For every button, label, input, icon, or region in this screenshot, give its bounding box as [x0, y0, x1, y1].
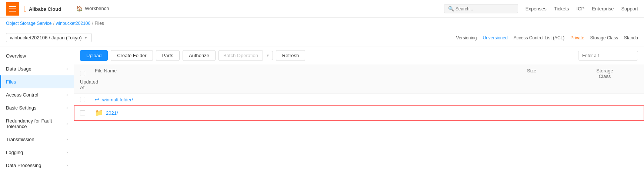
row-checkbox-cell-2[interactable]: [80, 110, 95, 115]
chevron-right-icon-4: ›: [67, 122, 68, 126]
file-name-cell: ↩ winmultifolder/: [95, 97, 483, 102]
acl-label: Access Control List (ACL): [514, 35, 564, 40]
file-search[interactable]: [578, 51, 638, 61]
acl-value: Private: [570, 35, 584, 40]
versioning-label: Versioning: [456, 35, 477, 40]
nav-support[interactable]: Support: [621, 6, 638, 12]
sidebar-item-data-processing[interactable]: Data Processing ›: [0, 159, 74, 172]
parts-button[interactable]: Parts: [156, 50, 180, 61]
toolbar: Upload Create Folder Parts Authorize Bat…: [74, 46, 644, 65]
sidebar-item-overview[interactable]: Overview: [0, 49, 74, 62]
chevron-right-icon: ›: [67, 67, 68, 71]
row-checkbox-2[interactable]: [80, 110, 85, 115]
sidebar-data-usage-label: Data Usage: [6, 66, 31, 72]
nav-enterprise[interactable]: Enterprise: [592, 6, 614, 12]
bucket-meta: Versioning Unversioned Access Control Li…: [456, 35, 638, 40]
main-layout: Overview Data Usage › Files Access Contr…: [0, 46, 644, 193]
sidebar-transmission-label: Transmission: [6, 137, 34, 142]
file-search-input[interactable]: [578, 51, 638, 60]
batch-operation-dropdown: ▼: [263, 51, 273, 60]
breadcrumb-sep-1: /: [53, 21, 54, 26]
logo:  Alibaba Cloud: [24, 4, 62, 14]
workbench-label: Workbench: [85, 6, 109, 11]
batch-operation-split: Batch Operation ▼: [218, 50, 273, 61]
sidebar-item-access-control[interactable]: Access Control ›: [0, 88, 74, 101]
header-updated-at: Updated At: [80, 79, 95, 90]
chevron-right-icon-7: ›: [67, 163, 68, 167]
breadcrumb-current: Files: [95, 21, 104, 26]
versioning-value: Unversioned: [483, 35, 507, 40]
sidebar-item-logging[interactable]: Logging ›: [0, 146, 74, 159]
storage-class-label: Storage Class: [590, 35, 618, 40]
header-file-name: File Name: [95, 68, 483, 79]
breadcrumb-sep-2: /: [92, 21, 93, 26]
nav-icp[interactable]: ICP: [577, 6, 585, 12]
back-icon[interactable]: ↩: [95, 97, 99, 102]
chevron-right-icon-6: ›: [67, 150, 68, 154]
table-row: 📁 2021/: [74, 106, 644, 120]
nav-right: 🔍 Expenses Tickets ICP Enterprise Suppor…: [444, 4, 638, 13]
breadcrumb: Object Storage Service / winbucket202106…: [0, 18, 644, 29]
global-search[interactable]: 🔍: [444, 4, 518, 13]
sidebar-item-redundancy[interactable]: Redundancy for Fault Tolerance ›: [0, 114, 74, 133]
sidebar-files-label: Files: [6, 79, 16, 85]
sidebar-access-control-label: Access Control: [6, 92, 38, 98]
row-checkbox-cell[interactable]: [80, 97, 95, 102]
nav-tickets[interactable]: Tickets: [554, 6, 569, 12]
chevron-right-icon-2: ›: [67, 93, 68, 97]
sidebar-data-processing-label: Data Processing: [6, 163, 41, 168]
chevron-right-icon-5: ›: [67, 137, 68, 141]
breadcrumb-bucket[interactable]: winbucket202106: [56, 21, 90, 26]
home-icon: 🏠: [76, 6, 83, 12]
create-folder-button[interactable]: Create Folder: [111, 50, 153, 61]
chevron-down-icon: ▼: [84, 36, 88, 40]
sidebar-redundancy-label: Redundancy for Fault Tolerance: [6, 118, 67, 129]
folder-icon: 📁: [95, 109, 103, 117]
sidebar-item-basic-settings[interactable]: Basic Settings ›: [0, 101, 74, 114]
header-empty: [483, 68, 527, 79]
header-size: Size: [527, 68, 571, 79]
bucket-selector[interactable]: winbucket202106 / Japan (Tokyo) ▼: [6, 33, 92, 42]
select-all-checkbox[interactable]: [80, 71, 85, 76]
bucket-selector-label: winbucket202106 / Japan (Tokyo): [10, 35, 82, 40]
storage-class-value: Standa: [624, 35, 638, 40]
top-nav:  Alibaba Cloud 🏠 Workbench 🔍 Expenses T…: [0, 0, 644, 18]
table-row: ↩ winmultifolder/: [74, 94, 644, 106]
table-header: File Name Size StorageClass Updated At: [74, 65, 644, 94]
alibaba-logo-icon: : [24, 4, 27, 14]
content-area: Upload Create Folder Parts Authorize Bat…: [74, 46, 644, 193]
hamburger-button[interactable]: [6, 2, 19, 16]
svg-text:Alibaba Cloud: Alibaba Cloud: [29, 6, 61, 12]
authorize-button[interactable]: Authorize: [183, 50, 216, 61]
breadcrumb-oss[interactable]: Object Storage Service: [6, 21, 51, 26]
header-storage-class: StorageClass: [571, 68, 638, 79]
batch-operation-label: Batch Operation: [218, 50, 263, 61]
row-checkbox[interactable]: [80, 97, 85, 102]
sidebar-overview-label: Overview: [6, 53, 26, 59]
bucket-row: winbucket202106 / Japan (Tokyo) ▼ Versio…: [0, 29, 644, 46]
file-name-cell-2: 📁 2021/: [95, 109, 483, 117]
sidebar-item-files[interactable]: Files: [0, 75, 74, 88]
alibaba-cloud-logo: Alibaba Cloud: [29, 5, 62, 13]
folder-link[interactable]: 2021/: [106, 110, 118, 116]
header-checkbox-cell[interactable]: [80, 68, 95, 79]
sidebar-basic-settings-label: Basic Settings: [6, 105, 36, 111]
search-icon: 🔍: [448, 6, 454, 12]
file-table: File Name Size StorageClass Updated At ↩…: [74, 65, 644, 193]
chevron-right-icon-3: ›: [67, 106, 68, 110]
refresh-button[interactable]: Refresh: [276, 50, 306, 61]
sidebar-item-data-usage[interactable]: Data Usage ›: [0, 62, 74, 75]
parent-folder-link[interactable]: winmultifolder/: [102, 97, 133, 102]
upload-button[interactable]: Upload: [80, 50, 108, 61]
sidebar: Overview Data Usage › Files Access Contr…: [0, 46, 74, 193]
global-search-input[interactable]: [456, 6, 514, 12]
sidebar-logging-label: Logging: [6, 150, 23, 155]
sidebar-item-transmission[interactable]: Transmission ›: [0, 133, 74, 146]
workbench-tab[interactable]: 🏠 Workbench: [71, 0, 114, 18]
nav-expenses[interactable]: Expenses: [525, 6, 547, 12]
